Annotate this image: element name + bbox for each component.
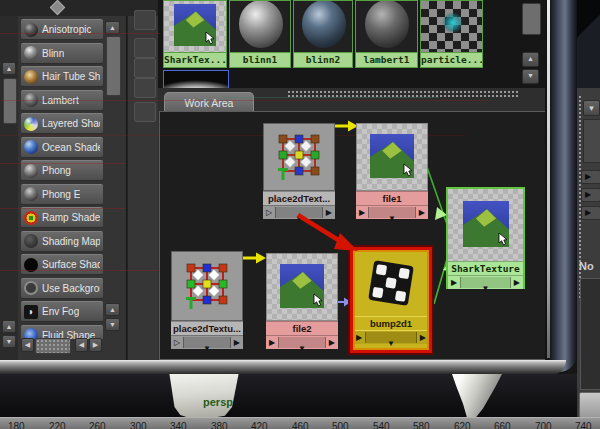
swatch-sharktexture[interactable]: SharkTex...	[163, 0, 227, 68]
panel-button[interactable]	[579, 392, 600, 418]
frame-tick: 340	[170, 421, 187, 429]
frame-tick: 580	[413, 421, 430, 429]
swatch-ramp-preview[interactable]	[163, 70, 229, 90]
sidebar-item-ocean-shader[interactable]: Ocean Shader	[21, 137, 103, 158]
sidebar-item-label: Shading Map	[42, 236, 100, 247]
sidebar-item-ramp-shader[interactable]: Ramp Shader	[21, 207, 103, 228]
sidebar-item-blinn[interactable]: Blinn	[21, 43, 103, 64]
expand-section-button[interactable]: ▶	[581, 188, 600, 202]
notes-field[interactable]	[580, 278, 600, 390]
scroll-left-button[interactable]: ◀	[75, 338, 88, 352]
timeline-ruler[interactable]: 180 220 260 300 340 380 420 460 500 540 …	[0, 417, 600, 429]
scrollbar-thumb[interactable]	[522, 3, 541, 35]
hypershade-window: ▲ ▲ ▼ Anisotropic Blinn Hair Tube Sha...…	[0, 0, 600, 429]
hypershade-toolbar	[127, 16, 159, 360]
frame-tick: 700	[535, 421, 552, 429]
frame-tick: 180	[8, 421, 25, 429]
sidebar-item-anisotropic[interactable]: Anisotropic	[21, 19, 103, 40]
sidebar-item-phong-e[interactable]: Phong E	[21, 184, 103, 205]
artifact-line	[223, 97, 438, 98]
swatch-label: blinn1	[230, 52, 290, 67]
expand-section-button[interactable]: ▶	[581, 206, 600, 220]
scroll-up-button[interactable]: ▲	[2, 320, 16, 333]
frame-tick: 420	[251, 421, 268, 429]
shark-tooth-mesh: persp	[168, 374, 240, 418]
shader-list: Anisotropic Blinn Hair Tube Sha... Lambe…	[21, 19, 103, 339]
splitter-handle-icon[interactable]	[50, 0, 66, 15]
toolbar-button[interactable]	[134, 38, 156, 58]
work-area-panel: Work Area	[158, 88, 552, 360]
frame-tick: 500	[332, 421, 349, 429]
window-frame-right[interactable]	[550, 0, 577, 372]
scrollbar-thumb[interactable]	[3, 78, 17, 124]
work-area-canvas[interactable]: place2dText... ▷▼▶ file1 ▶▼▶	[159, 111, 548, 360]
dropdown-button[interactable]: ▼	[583, 100, 600, 116]
scroll-up-button[interactable]: ▲	[105, 303, 120, 316]
sidebar-item-surface-shader[interactable]: Surface Shader	[21, 254, 103, 275]
artifact-line	[0, 100, 490, 101]
shading-map-sphere-icon	[24, 234, 38, 248]
sidebar-item-fluid-shape[interactable]: Fluid Shape	[21, 325, 103, 340]
swatch-blinn2[interactable]: blinn2	[293, 0, 353, 68]
sidebar-item-hair-tube[interactable]: Hair Tube Sha...	[21, 66, 103, 87]
toolbar-button[interactable]	[134, 10, 156, 30]
frame-tick: 300	[130, 421, 147, 429]
artifact-line	[0, 33, 160, 34]
swatch-thumbnail	[164, 1, 226, 53]
create-shader-list: Anisotropic Blinn Hair Tube Sha... Lambe…	[18, 16, 126, 360]
scroll-up-button[interactable]: ▲	[522, 52, 539, 67]
persp-viewport[interactable]: persp	[0, 374, 600, 418]
shark-tooth-mesh	[452, 374, 502, 422]
sidebar-item-label: Env Fog	[42, 306, 79, 317]
frame-tick: 380	[211, 421, 228, 429]
toolbar-button[interactable]	[134, 78, 156, 98]
frame-tick: 540	[373, 421, 390, 429]
scroll-down-button[interactable]: ▼	[2, 335, 16, 348]
expand-section-button[interactable]: ▶	[581, 170, 600, 184]
texture-preview	[174, 4, 216, 46]
phong-sphere-icon	[24, 164, 38, 178]
toolbar-button[interactable]	[134, 102, 156, 122]
tab-work-area[interactable]: Work Area	[164, 92, 254, 113]
swatch-label: blinn2	[294, 52, 352, 67]
right-side-panel: ▼ ▶ ▶ ▶ No	[577, 0, 600, 418]
sidebar-item-label: Layered Shade	[42, 118, 100, 129]
swatch-blinn1[interactable]: blinn1	[229, 0, 291, 68]
swatch-thumbnail	[294, 1, 352, 53]
swatch-lambert1[interactable]: lambert1	[355, 0, 418, 68]
swatch-label: particle...	[421, 52, 482, 67]
scroll-up-button[interactable]: ▲	[2, 62, 16, 75]
scroll-down-button[interactable]: ▼	[522, 69, 539, 84]
ramp-shader-icon	[24, 211, 38, 225]
scroll-right-button[interactable]: ▶	[89, 338, 102, 352]
sidebar-item-label: Blinn	[42, 48, 64, 59]
scrollbar-thumb[interactable]	[35, 338, 71, 354]
phong-e-sphere-icon	[24, 187, 38, 201]
right-panel-top	[577, 0, 600, 88]
env-fog-icon: ◗	[24, 305, 38, 319]
artifact-line	[0, 163, 126, 164]
cursor-icon	[205, 31, 215, 45]
sidebar-item-layered-shader[interactable]: Layered Shade	[21, 113, 103, 134]
scrollbar-thumb[interactable]	[106, 36, 121, 96]
frame-tick: 740	[575, 421, 592, 429]
notes-label: No	[579, 260, 594, 272]
sidebar-item-use-background[interactable]: Use Backgroun	[21, 278, 103, 299]
drag-handle-dots[interactable]	[287, 90, 520, 97]
swatch-label: SharkTex...	[164, 52, 226, 67]
swatch-thumbnail	[230, 1, 290, 53]
annotation-arrow	[160, 112, 547, 359]
sidebar-item-env-fog[interactable]: ◗Env Fog	[21, 301, 103, 322]
frame-tick: 660	[494, 421, 511, 429]
window-frame-bottom[interactable]	[0, 360, 566, 375]
sidebar-item-shading-map[interactable]: Shading Map	[21, 231, 103, 252]
toolbar-button[interactable]	[134, 58, 156, 78]
ocean-shader-sphere-icon	[24, 140, 38, 154]
left-edge-panel: ▲ ▲ ▼	[0, 16, 19, 376]
sidebar-item-label: Use Backgroun	[42, 283, 100, 294]
scroll-left-button[interactable]: ◀	[21, 338, 34, 352]
swatch-particle[interactable]: particle...	[420, 0, 483, 68]
recessed-field[interactable]	[583, 119, 600, 163]
blinn-sphere-icon	[24, 46, 38, 60]
scroll-down-button[interactable]: ▼	[105, 318, 120, 331]
